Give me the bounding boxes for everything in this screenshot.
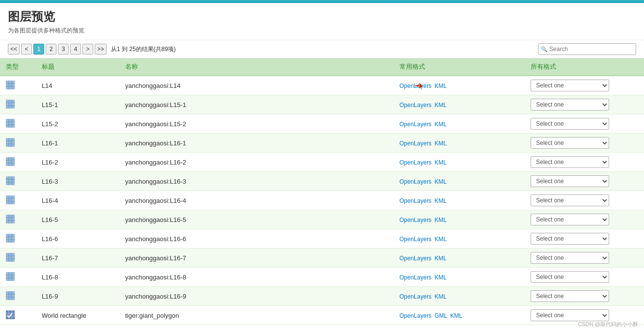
pager-page-2-button[interactable]: 2 — [46, 44, 56, 55]
type-icon — [6, 218, 15, 225]
format-link-openlayers[interactable]: OpenLayers — [400, 236, 431, 243]
format-link-kml[interactable]: KML — [434, 255, 447, 262]
all-formats-select[interactable]: Select one — [531, 233, 609, 245]
row-title: L16-5 — [36, 210, 119, 229]
table-row: L15-1yanchonggaosi:L15-1OpenLayersKMLSel… — [0, 95, 644, 114]
pager-prev-button[interactable]: < — [21, 44, 32, 55]
type-icon — [6, 275, 15, 282]
col-header-title: 标题 — [36, 58, 119, 76]
svg-rect-20 — [6, 157, 15, 166]
row-title: L14 — [36, 76, 119, 95]
format-link-openlayers[interactable]: OpenLayers — [400, 140, 431, 147]
all-formats-select[interactable]: Select one — [531, 175, 609, 187]
row-common-formats: OpenLayersKML — [394, 153, 525, 172]
row-all-formats: Select one — [525, 210, 644, 229]
row-name: tiger:giant_polygon — [119, 306, 394, 325]
all-formats-select[interactable]: Select one — [531, 309, 609, 321]
format-link-kml[interactable]: KML — [434, 121, 447, 128]
format-link-kml[interactable]: KML — [434, 197, 447, 204]
row-name: yanchonggaosi:L16-2 — [119, 153, 394, 172]
row-title: L16-1 — [36, 134, 119, 153]
pager-first-button[interactable]: << — [8, 44, 20, 55]
row-all-formats: Select one — [525, 249, 644, 268]
all-formats-select[interactable]: Select one — [531, 80, 609, 91]
type-icon — [6, 294, 15, 302]
all-formats-select[interactable]: Select one — [531, 290, 609, 302]
format-link-openlayers[interactable]: OpenLayers — [400, 255, 431, 262]
all-formats-select[interactable]: Select one — [531, 214, 609, 225]
all-formats-select[interactable]: Select one — [531, 156, 609, 168]
table-row: L15-2yanchonggaosi:L15-2OpenLayersKMLSel… — [0, 114, 644, 134]
format-link-openlayers[interactable]: OpenLayers — [400, 274, 431, 281]
svg-rect-35 — [6, 215, 15, 223]
format-link-kml[interactable]: KML — [434, 217, 447, 223]
row-title: L16-3 — [36, 172, 119, 191]
page-header: 图层预览 为各图层提供多种格式的预览 — [0, 3, 644, 38]
format-link-kml[interactable]: KML — [434, 293, 447, 300]
all-formats-select[interactable]: Select one — [531, 194, 609, 206]
type-icon — [6, 103, 15, 110]
pager-page-3-button[interactable]: 3 — [58, 44, 69, 55]
all-formats-select[interactable]: Select one — [531, 118, 609, 130]
all-formats-select[interactable]: Select one — [531, 99, 609, 111]
format-link-openlayers[interactable]: OpenLayers — [400, 197, 431, 204]
pager-page-1-button[interactable]: 1 — [33, 44, 44, 55]
format-link-kml[interactable]: KML — [434, 159, 447, 166]
row-title: L16-7 — [36, 249, 119, 268]
row-name: yanchonggaosi:L16-9 — [119, 287, 394, 306]
format-link-kml[interactable]: KML — [434, 102, 447, 109]
format-link-kml[interactable]: KML — [434, 274, 447, 281]
all-formats-select[interactable]: Select one — [531, 252, 609, 264]
row-title: L15-2 — [36, 114, 119, 134]
format-link-openlayers[interactable]: OpenLayers — [400, 159, 431, 166]
pager-page-4-button[interactable]: 4 — [70, 44, 81, 55]
row-common-formats: OpenLayersKML — [394, 210, 525, 229]
svg-rect-50 — [6, 272, 15, 281]
format-link-kml[interactable]: KML — [434, 236, 447, 243]
table-wrap: 类型 标题 名称 常用格式 所有格式 L14yanchonggaosi:L14➔… — [0, 58, 644, 325]
row-all-formats: Select one — [525, 114, 644, 134]
pager-next-button[interactable]: > — [82, 44, 93, 55]
col-header-common-formats: 常用格式 — [394, 58, 525, 76]
row-name: yanchonggaosi:L16-8 — [119, 268, 394, 287]
type-icon — [6, 141, 15, 148]
format-link-openlayers[interactable]: OpenLayers — [400, 312, 431, 319]
row-name: yanchonggaosi:L15-2 — [119, 114, 394, 134]
format-link-openlayers[interactable]: OpenLayers — [400, 178, 431, 185]
format-link-kml[interactable]: KML — [450, 312, 462, 319]
row-title: L16-6 — [36, 229, 119, 249]
all-formats-select[interactable]: Select one — [531, 137, 609, 149]
pager-last-button[interactable]: >> — [95, 44, 107, 55]
svg-rect-60 — [6, 310, 15, 319]
row-common-formats: OpenLayersKML — [394, 134, 525, 153]
type-icon — [6, 122, 15, 129]
type-icon — [6, 198, 15, 206]
row-common-formats: OpenLayersKML — [394, 191, 525, 210]
table-row: L16-3yanchonggaosi:L16-3OpenLayersKMLSel… — [0, 172, 644, 191]
row-title: L16-9 — [36, 287, 119, 306]
row-all-formats: Select one — [525, 306, 644, 325]
row-title: World rectangle — [36, 306, 119, 325]
col-header-name: 名称 — [119, 58, 394, 76]
all-formats-select[interactable]: Select one — [531, 271, 609, 283]
format-link-openlayers[interactable]: OpenLayers — [400, 83, 431, 89]
format-link-kml[interactable]: KML — [434, 83, 447, 89]
format-link-openlayers[interactable]: OpenLayers — [400, 102, 431, 109]
row-name: yanchonggaosi:L16-6 — [119, 229, 394, 249]
type-icon — [6, 237, 15, 244]
table-row: L16-7yanchonggaosi:L16-7OpenLayersKMLSel… — [0, 249, 644, 268]
format-link-openlayers[interactable]: OpenLayers — [400, 121, 431, 128]
row-common-formats: OpenLayersKML — [394, 114, 525, 134]
format-link-kml[interactable]: KML — [434, 140, 447, 147]
format-link-gml[interactable]: GML — [434, 312, 447, 319]
row-common-formats: OpenLayersKML — [394, 95, 525, 114]
row-all-formats: Select one — [525, 287, 644, 306]
row-name: yanchonggaosi:L16-4 — [119, 191, 394, 210]
table-row: L14yanchonggaosi:L14➔OpenLayersKMLSelect… — [0, 76, 644, 95]
format-link-openlayers[interactable]: OpenLayers — [400, 217, 431, 223]
svg-rect-45 — [6, 253, 15, 262]
row-all-formats: Select one — [525, 95, 644, 114]
search-input[interactable] — [538, 43, 636, 55]
format-link-kml[interactable]: KML — [434, 178, 447, 185]
format-link-openlayers[interactable]: OpenLayers — [400, 293, 431, 300]
